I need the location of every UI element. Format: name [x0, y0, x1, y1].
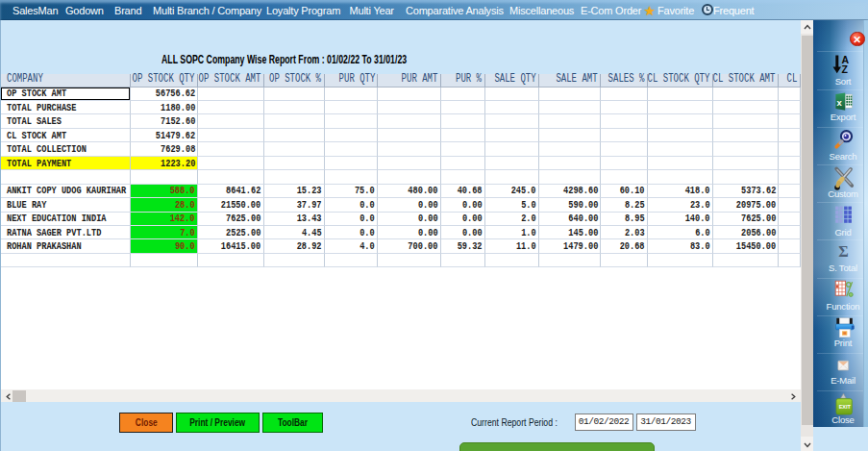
svg-text:EXIT: EXIT: [839, 404, 852, 410]
svg-text:Z: Z: [842, 63, 849, 75]
svg-text:x: x: [837, 97, 843, 108]
svg-text:Σ: Σ: [838, 243, 848, 260]
